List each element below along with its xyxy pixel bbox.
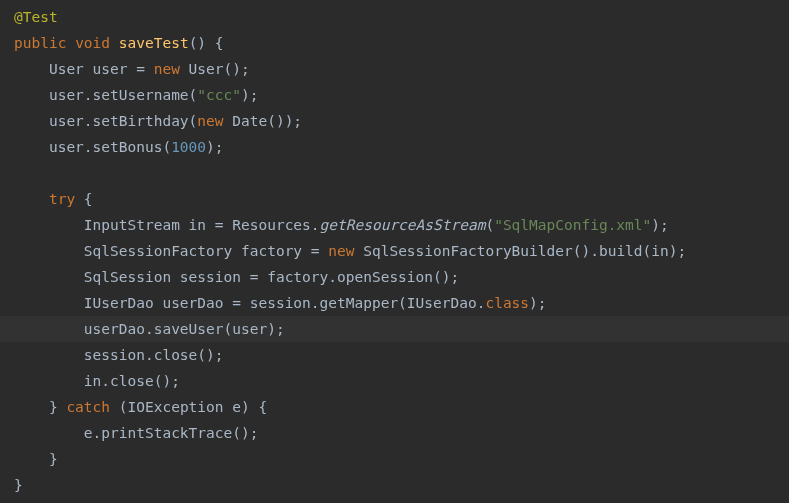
code-line: SqlSession session = factory.openSession…: [14, 264, 789, 290]
code-line: e.printStackTrace();: [14, 420, 789, 446]
code-line: } catch (IOException e) {: [14, 394, 789, 420]
keyword-new: new: [154, 61, 180, 77]
code-line: SqlSessionFactory factory = new SqlSessi…: [14, 238, 789, 264]
code-line-highlighted: userDao.saveUser(user);: [0, 316, 789, 342]
code-line: session.close();: [14, 342, 789, 368]
code-line: user.setBirthday(new Date());: [14, 108, 789, 134]
string-literal: "ccc": [197, 87, 241, 103]
keyword-void: void: [75, 35, 110, 51]
static-method-call: getResourceAsStream: [320, 217, 486, 233]
string-literal: "SqlMapConfig.xml": [494, 217, 651, 233]
keyword-new: new: [197, 113, 223, 129]
code-line: }: [14, 446, 789, 472]
code-line: user.setBonus(1000);: [14, 134, 789, 160]
blank-line: [14, 160, 789, 186]
code-line: try {: [14, 186, 789, 212]
method-name: saveTest: [119, 35, 189, 51]
code-line: IUserDao userDao = session.getMapper(IUs…: [14, 290, 789, 316]
keyword-new: new: [328, 243, 354, 259]
number-literal: 1000: [171, 139, 206, 155]
code-line: in.close();: [14, 368, 789, 394]
code-line: user.setUsername("ccc");: [14, 82, 789, 108]
keyword-class: class: [485, 295, 529, 311]
keyword-try: try: [49, 191, 75, 207]
code-line: public void saveTest() {: [14, 30, 789, 56]
code-line: }: [14, 472, 789, 498]
code-line: User user = new User();: [14, 56, 789, 82]
code-line: InputStream in = Resources.getResourceAs…: [14, 212, 789, 238]
annotation: @Test: [14, 9, 58, 25]
keyword-catch: catch: [66, 399, 110, 415]
code-editor[interactable]: @Testpublic void saveTest() { User user …: [14, 4, 789, 498]
code-line: @Test: [14, 4, 789, 30]
keyword-public: public: [14, 35, 66, 51]
